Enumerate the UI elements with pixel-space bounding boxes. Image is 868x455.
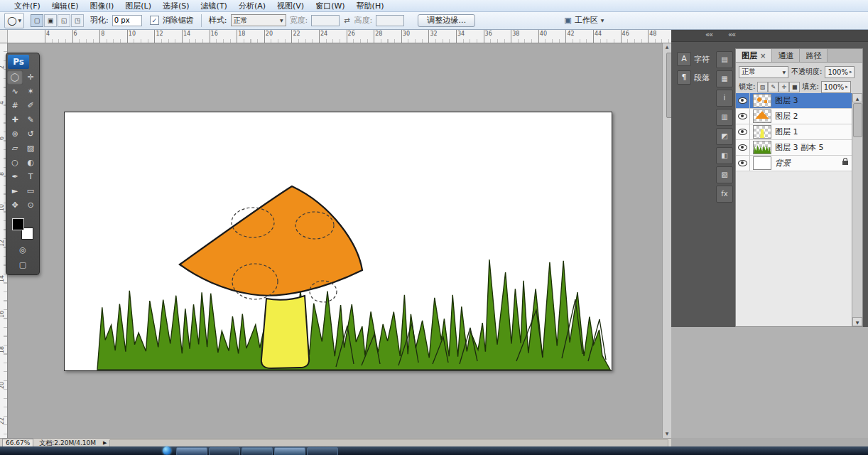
horizontal-scrollbar[interactable] (109, 439, 668, 447)
scrollbar-thumb[interactable] (853, 103, 862, 137)
info-panel-button[interactable]: i (716, 90, 733, 107)
layer-visibility-toggle[interactable] (736, 109, 750, 124)
taskbar-item[interactable] (209, 447, 240, 455)
close-icon[interactable]: × (760, 52, 766, 60)
intersect-selection-button[interactable]: ◳ (71, 14, 84, 27)
layer-name[interactable]: 图层 1 (775, 127, 798, 137)
layer-thumbnail[interactable] (753, 125, 771, 139)
layer-row[interactable]: 图层 1 (736, 124, 862, 140)
vertical-scrollbar[interactable]: ▲ ▼ (662, 43, 671, 438)
document-canvas[interactable] (64, 112, 612, 371)
quick-mask-button[interactable]: ◎ (15, 244, 31, 257)
blur-tool[interactable]: ○ (7, 156, 23, 170)
layer-thumbnail[interactable] (753, 94, 771, 107)
styles-panel-button[interactable]: ▧ (716, 166, 733, 183)
color-panel-button[interactable]: ◧ (716, 147, 733, 164)
history-brush-tool[interactable]: ↺ (23, 127, 38, 141)
character-panel-button[interactable]: A 字符 (677, 51, 714, 67)
gradient-tool[interactable]: ▨ (23, 141, 38, 156)
menu-item[interactable]: 图像(I) (84, 1, 119, 11)
layer-thumbnail[interactable] (753, 156, 771, 170)
tool-preset-picker[interactable]: ◯ ▼ (4, 13, 24, 28)
tab-paths[interactable]: 路径 (800, 49, 828, 62)
layer-row[interactable]: 背景 (736, 156, 862, 171)
layer-visibility-toggle[interactable] (736, 156, 750, 171)
menu-item[interactable]: 视图(V) (271, 1, 310, 11)
layer-visibility-toggle[interactable] (736, 93, 750, 108)
foreground-color-swatch[interactable] (12, 218, 24, 230)
scrollbar-thumb[interactable] (666, 53, 671, 118)
layer-visibility-toggle[interactable] (736, 124, 750, 139)
lock-transparency-button[interactable]: ▨ (757, 82, 768, 92)
scroll-up-icon[interactable]: ▲ (852, 93, 862, 102)
tab-channels[interactable]: 通道 (772, 49, 800, 62)
layers-scrollbar[interactable]: ▲ ▼ (852, 93, 862, 326)
collapse-panels-button[interactable]: «« (728, 31, 735, 38)
feather-input[interactable] (112, 15, 142, 26)
clone-source-panel-button[interactable]: ◩ (716, 128, 733, 145)
taskbar-item[interactable] (307, 447, 338, 455)
menu-item[interactable]: 文件(F) (9, 1, 46, 11)
tab-layers[interactable]: 图层× (736, 49, 772, 62)
lock-all-button[interactable]: ■ (789, 82, 800, 92)
quick-selection-tool[interactable]: ✶ (23, 85, 38, 99)
menu-item[interactable]: 滤镜(T) (195, 1, 233, 11)
antialias-checkbox[interactable]: ✓ (150, 16, 159, 25)
fill-input[interactable]: 100% ▸ (821, 81, 851, 93)
style-select[interactable]: 正常 ▼ (231, 14, 286, 26)
taskbar-item[interactable] (242, 447, 273, 455)
screen-mode-button[interactable]: ▢ (15, 259, 31, 272)
crop-tool[interactable]: # (7, 99, 23, 113)
layer-visibility-toggle[interactable] (736, 140, 750, 155)
zoom-tool[interactable]: ⊙ (23, 198, 38, 213)
refine-edge-button[interactable]: 调整边缘… (418, 14, 475, 27)
navigator-panel-button[interactable]: ▤ (716, 51, 733, 68)
brush-tool[interactable]: ✎ (23, 113, 38, 127)
lock-pixels-button[interactable]: ✎ (768, 82, 779, 92)
menu-item[interactable]: 编辑(E) (46, 1, 85, 11)
blend-mode-select[interactable]: 正常 ▼ (739, 66, 788, 78)
eraser-tool[interactable]: ▱ (7, 141, 23, 156)
layer-row[interactable]: 图层 2 (736, 109, 862, 124)
document-workarea[interactable]: 246810121416182022 ▲ ▼ (0, 43, 671, 438)
height-input[interactable] (376, 15, 404, 26)
shape-tool[interactable]: ▭ (23, 184, 38, 198)
layer-name[interactable]: 图层 2 (775, 111, 798, 122)
workspace-switcher[interactable]: ▣ 工作区 ▼ (564, 15, 604, 26)
scroll-up-icon[interactable]: ▲ (663, 43, 671, 51)
layer-name[interactable]: 背景 (775, 158, 791, 168)
start-button[interactable] (163, 446, 171, 455)
elliptical-marquee-tool[interactable]: ◯ (7, 70, 23, 85)
swap-dimensions-button[interactable]: ⇄ (344, 16, 349, 24)
move-tool[interactable]: ✛ (23, 70, 38, 85)
menu-item[interactable]: 选择(S) (157, 1, 195, 11)
horizontal-ruler[interactable]: 4681012141618202224262830323436384042444… (7, 30, 671, 43)
healing-brush-tool[interactable]: ✚ (7, 113, 23, 127)
opacity-input[interactable]: 100% ▸ (825, 66, 855, 78)
status-menu-arrow[interactable]: ▶ (103, 440, 107, 446)
layer-row[interactable]: 图层 3 (736, 93, 862, 109)
swatches-panel-button[interactable]: ▦ (716, 70, 733, 87)
scroll-down-icon[interactable]: ▼ (663, 429, 671, 438)
pen-tool[interactable]: ✒ (7, 170, 23, 184)
layer-thumbnail[interactable] (753, 109, 771, 123)
new-selection-button[interactable]: ▢ (31, 14, 43, 27)
taskbar-item[interactable] (274, 447, 305, 455)
hand-tool[interactable]: ✥ (7, 198, 23, 213)
menu-item[interactable]: 窗口(W) (310, 1, 350, 11)
clone-stamp-tool[interactable]: ⊛ (7, 127, 23, 141)
lasso-tool[interactable]: ∿ (7, 85, 23, 99)
layer-row[interactable]: 图层 3 副本 5 (736, 140, 862, 156)
menu-item[interactable]: 图层(L) (119, 1, 157, 11)
layer-name[interactable]: 图层 3 副本 5 (775, 142, 824, 153)
menu-item[interactable]: 帮助(H) (351, 1, 390, 11)
menu-item[interactable]: 分析(A) (233, 1, 271, 11)
add-to-selection-button[interactable]: ▣ (44, 14, 57, 27)
scroll-down-icon[interactable]: ▼ (852, 317, 862, 326)
layer-thumbnail[interactable] (753, 141, 771, 154)
subtract-from-selection-button[interactable]: ◱ (58, 14, 70, 27)
paragraph-panel-button[interactable]: ¶ 段落 (677, 70, 714, 85)
collapse-panels-button[interactable]: «« (705, 31, 712, 38)
effects-panel-button[interactable]: fx (716, 186, 733, 203)
eyedropper-tool[interactable]: ✐ (23, 99, 38, 113)
